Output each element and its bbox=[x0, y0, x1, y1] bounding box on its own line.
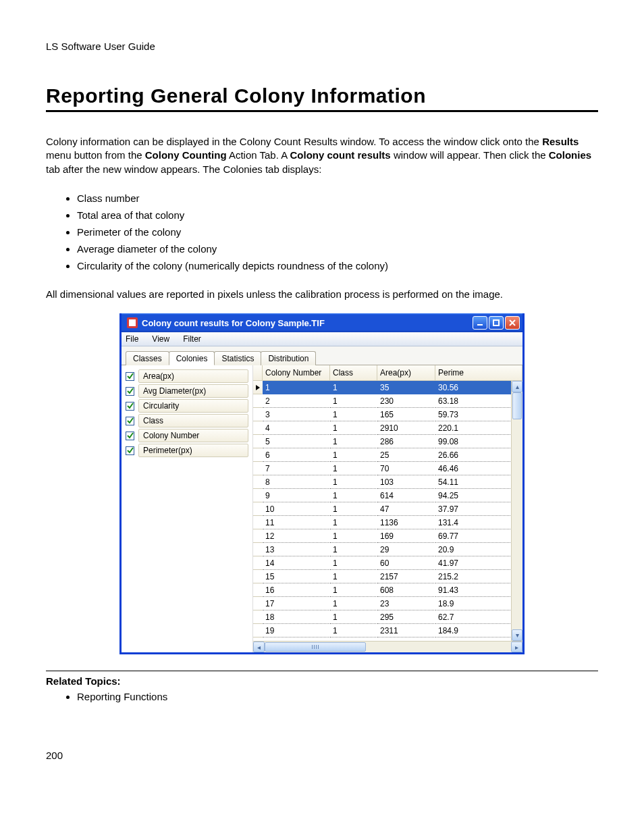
property-label[interactable]: Class bbox=[138, 414, 248, 427]
table-row[interactable]: 16160891.43 bbox=[253, 583, 522, 597]
cell: 35 bbox=[377, 381, 435, 394]
table-row[interactable]: 8110354.11 bbox=[253, 475, 522, 489]
row-selector[interactable] bbox=[253, 597, 263, 610]
table-row[interactable]: 2123063.18 bbox=[253, 394, 522, 408]
cell: 54.11 bbox=[435, 475, 522, 489]
table-row[interactable]: 18129562.7 bbox=[253, 610, 522, 624]
checkbox[interactable] bbox=[126, 402, 134, 411]
property-label[interactable]: Area(px) bbox=[138, 369, 248, 383]
menu-item[interactable]: View bbox=[152, 334, 169, 344]
cell: 215.2 bbox=[435, 570, 522, 583]
table-row[interactable]: 412910220.1 bbox=[253, 421, 522, 435]
row-selector[interactable] bbox=[253, 408, 263, 421]
tab-statistics[interactable]: Statistics bbox=[214, 351, 261, 365]
vertical-scrollbar[interactable]: ▴ ▾ bbox=[511, 381, 522, 641]
tab-colonies[interactable]: Colonies bbox=[169, 351, 215, 365]
cell: 184.9 bbox=[435, 624, 522, 637]
table-row[interactable]: 113530.56 bbox=[253, 381, 522, 394]
property-label[interactable]: Circularity bbox=[138, 399, 248, 413]
row-selector[interactable] bbox=[253, 475, 263, 489]
table-row[interactable]: 1912311184.9 bbox=[253, 624, 522, 637]
related-topics-label: Related Topics: bbox=[46, 675, 598, 687]
table-row[interactable]: 5128699.08 bbox=[253, 435, 522, 448]
table-row[interactable]: 1014737.97 bbox=[253, 502, 522, 516]
intro-text: window will appear. Then click the bbox=[391, 149, 549, 161]
table-row[interactable]: 1712318.9 bbox=[253, 597, 522, 610]
checkbox[interactable] bbox=[126, 372, 134, 381]
cell: 2311 bbox=[377, 624, 435, 637]
cell: 5 bbox=[263, 435, 330, 448]
checkbox[interactable] bbox=[126, 387, 134, 396]
cell: 2910 bbox=[377, 421, 435, 435]
cell: 91.43 bbox=[435, 583, 522, 597]
checkbox[interactable] bbox=[126, 417, 134, 425]
scroll-up-button[interactable]: ▴ bbox=[512, 381, 522, 392]
row-selector[interactable] bbox=[253, 435, 263, 448]
cell: 614 bbox=[377, 489, 435, 502]
cell: 8 bbox=[263, 475, 330, 489]
cell: 7 bbox=[263, 462, 330, 475]
scroll-down-button[interactable]: ▾ bbox=[512, 629, 522, 641]
checkbox[interactable] bbox=[126, 446, 134, 455]
scroll-right-button[interactable]: ▸ bbox=[511, 642, 522, 652]
table-row[interactable]: 717046.46 bbox=[253, 462, 522, 475]
scroll-track[interactable] bbox=[512, 392, 522, 629]
window-titlebar[interactable]: Colony count results for Colony Sample.T… bbox=[122, 313, 522, 332]
scroll-thumb[interactable] bbox=[512, 392, 522, 419]
column-header[interactable]: Area(px) bbox=[377, 365, 435, 380]
table-row[interactable]: 3116559.73 bbox=[253, 408, 522, 421]
column-header[interactable]: Colony Number bbox=[263, 365, 330, 380]
scroll-left-button[interactable]: ◂ bbox=[253, 642, 265, 652]
maximize-button[interactable] bbox=[489, 316, 504, 330]
bullet-item: Total area of that colony bbox=[77, 209, 598, 221]
row-selector[interactable] bbox=[253, 394, 263, 408]
close-button[interactable] bbox=[505, 316, 520, 330]
page-number: 200 bbox=[46, 750, 598, 761]
table-row[interactable]: 1512157215.2 bbox=[253, 570, 522, 583]
tab-distribution[interactable]: Distribution bbox=[261, 351, 316, 365]
row-selector[interactable] bbox=[253, 421, 263, 435]
doc-header: LS Software User Guide bbox=[46, 41, 598, 52]
row-selector[interactable] bbox=[253, 462, 263, 475]
table-row[interactable]: 9161494.25 bbox=[253, 489, 522, 502]
cell: 1 bbox=[330, 421, 377, 435]
cell: 1 bbox=[330, 475, 377, 489]
row-selector[interactable] bbox=[253, 502, 263, 516]
minimize-button[interactable] bbox=[473, 316, 487, 330]
bullet-list: Class numberTotal area of that colonyPer… bbox=[77, 192, 598, 271]
table-row[interactable]: 612526.66 bbox=[253, 448, 522, 462]
row-selector[interactable] bbox=[253, 583, 263, 597]
table-row[interactable]: 1111136131.4 bbox=[253, 516, 522, 529]
property-label[interactable]: Avg Diameter(px) bbox=[138, 384, 248, 398]
scroll-thumb[interactable] bbox=[265, 642, 366, 652]
scroll-track[interactable] bbox=[265, 642, 511, 652]
row-selector[interactable] bbox=[253, 570, 263, 583]
column-header[interactable]: Class bbox=[330, 365, 377, 380]
row-selector[interactable] bbox=[253, 624, 263, 637]
row-selector[interactable] bbox=[253, 489, 263, 502]
checkbox[interactable] bbox=[126, 432, 134, 440]
property-label[interactable]: Colony Number bbox=[138, 429, 248, 442]
cell: 69.77 bbox=[435, 529, 522, 543]
menu-item[interactable]: File bbox=[126, 334, 138, 344]
horizontal-scrollbar[interactable]: ◂ ▸ bbox=[253, 641, 522, 652]
row-selector[interactable] bbox=[253, 556, 263, 570]
table-row[interactable]: 1312920.9 bbox=[253, 543, 522, 556]
table-row[interactable]: 1416041.97 bbox=[253, 556, 522, 570]
row-selector-header bbox=[253, 365, 263, 380]
row-selector[interactable] bbox=[253, 381, 263, 394]
row-selector[interactable] bbox=[253, 610, 263, 624]
column-header[interactable]: Perime bbox=[435, 365, 522, 380]
row-selector[interactable] bbox=[253, 448, 263, 462]
row-selector[interactable] bbox=[253, 543, 263, 556]
row-selector[interactable] bbox=[253, 516, 263, 529]
menu-item[interactable]: Filter bbox=[183, 334, 201, 344]
row-selector[interactable] bbox=[253, 529, 263, 543]
property-label[interactable]: Perimeter(px) bbox=[138, 444, 248, 457]
property-row: Perimeter(px) bbox=[126, 444, 248, 457]
table-row[interactable]: 12116969.77 bbox=[253, 529, 522, 543]
current-row-icon bbox=[256, 385, 260, 390]
grid-body[interactable]: 113530.562123063.183116559.73412910220.1… bbox=[253, 381, 522, 652]
cell: 165 bbox=[377, 408, 435, 421]
tab-classes[interactable]: Classes bbox=[126, 351, 169, 365]
